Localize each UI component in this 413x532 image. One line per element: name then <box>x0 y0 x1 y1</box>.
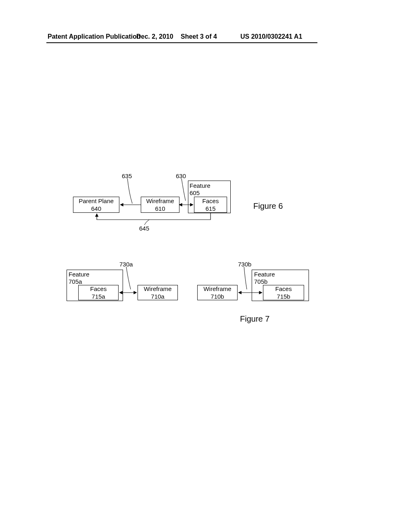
figure-7-arrows <box>0 0 413 363</box>
figure-7: Feature 705a Faces 715a Wireframe 710a F… <box>0 0 413 363</box>
